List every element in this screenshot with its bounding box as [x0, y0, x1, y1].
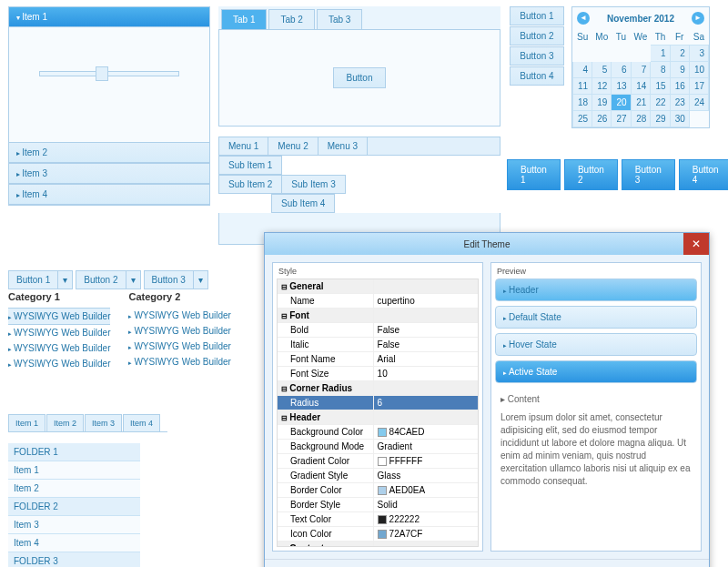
chevron-down-icon[interactable]: ▾	[126, 270, 141, 289]
category-item[interactable]: WYSIWYG Web Builder	[128, 339, 230, 354]
calendar-day[interactable]: 12	[592, 78, 612, 95]
calendar-day[interactable]: 22	[651, 95, 670, 111]
category-item[interactable]: WYSIWYG Web Builder	[8, 340, 110, 356]
calendar-prev-icon[interactable]: ◄	[577, 12, 590, 25]
vbutton[interactable]: Button 3	[510, 46, 564, 66]
category-item[interactable]: WYSIWYG Web Builder	[8, 325, 110, 340]
prop-row[interactable]: Radius6	[278, 396, 478, 410]
preview-section[interactable]: Default State	[495, 306, 697, 329]
submenu-item[interactable]: Sub Item 3	[281, 175, 345, 194]
prop-group[interactable]: Corner Radius	[278, 381, 478, 396]
calendar-day[interactable]: 2	[670, 46, 689, 62]
calendar-day[interactable]: 11	[573, 78, 592, 95]
prop-row[interactable]: Gradient StyleGlass	[278, 469, 478, 483]
chevron-down-icon[interactable]: ▾	[194, 270, 208, 289]
calendar-day[interactable]: 18	[573, 95, 592, 111]
calendar-day[interactable]: 20	[612, 95, 631, 111]
calendar-day[interactable]: 28	[631, 111, 651, 127]
accordion-header-1[interactable]: Item 1	[9, 7, 209, 27]
accordion-header-3[interactable]: Item 3	[9, 163, 209, 184]
category-item[interactable]: WYSIWYG Web Builder	[128, 308, 230, 323]
vbutton[interactable]: Button 2	[510, 26, 564, 46]
preview-section[interactable]: Header	[495, 278, 697, 301]
calendar-day[interactable]: 26	[592, 111, 612, 127]
prop-row[interactable]: Text Color222222	[278, 512, 478, 527]
tab-1[interactable]: Tab 1	[221, 9, 267, 29]
calendar-day[interactable]: 13	[612, 78, 631, 95]
prop-row[interactable]: Gradient ColorFFFFFF	[278, 454, 478, 469]
calendar-day[interactable]: 30	[670, 111, 689, 127]
tab-3[interactable]: Tab 3	[317, 9, 362, 29]
submenu-item[interactable]: Sub Item 2	[218, 175, 282, 194]
submenu-item[interactable]: Sub Item 4	[271, 194, 335, 213]
calendar-day[interactable]: 6	[612, 62, 631, 78]
folder-header[interactable]: FOLDER 2	[8, 498, 140, 516]
category-item[interactable]: WYSIWYG Web Builder	[128, 323, 230, 339]
calendar-day[interactable]: 19	[592, 95, 612, 111]
folder-item[interactable]: Item 2	[8, 480, 140, 498]
calendar-day[interactable]: 17	[689, 78, 708, 95]
calendar-day[interactable]: 5	[592, 62, 612, 78]
calendar-day[interactable]: 15	[651, 78, 670, 95]
hbutton[interactable]: Button 1	[507, 159, 561, 190]
prop-row[interactable]: ItalicFalse	[278, 338, 478, 352]
calendar-day[interactable]: 14	[631, 78, 651, 95]
preview-section[interactable]: Active State	[495, 360, 697, 383]
menu-item[interactable]: Menu 3	[318, 137, 368, 155]
calendar-day[interactable]: 27	[612, 111, 631, 127]
calendar-next-icon[interactable]: ►	[692, 12, 704, 25]
split-button[interactable]: Button 1▾	[8, 270, 73, 289]
hbutton[interactable]: Button 3	[622, 159, 675, 190]
prop-group[interactable]: Content	[278, 542, 478, 547]
small-tab[interactable]: Item 4	[123, 414, 160, 431]
folder-item[interactable]: Item 3	[8, 516, 140, 534]
vbutton[interactable]: Button 4	[510, 66, 564, 86]
split-button[interactable]: Button 3▾	[144, 270, 208, 289]
property-grid[interactable]: GeneralNamecupertinoFontBoldFalseItalicF…	[277, 278, 479, 547]
calendar-day[interactable]: 3	[689, 46, 708, 62]
calendar-day[interactable]: 16	[670, 78, 689, 95]
prop-group[interactable]: General	[278, 279, 478, 294]
split-button[interactable]: Button 2▾	[76, 270, 140, 289]
accordion-header-4[interactable]: Item 4	[9, 184, 209, 205]
prop-row[interactable]: Background ModeGradient	[278, 440, 478, 454]
tab-2[interactable]: Tab 2	[268, 9, 314, 29]
prop-row[interactable]: Border StyleSolid	[278, 498, 478, 512]
calendar-day[interactable]: 29	[651, 111, 670, 127]
prop-row[interactable]: Background Color84CAED	[278, 425, 478, 440]
prop-row[interactable]: BoldFalse	[278, 323, 478, 338]
submenu-item[interactable]: Sub Item 1	[218, 156, 282, 175]
calendar-day[interactable]: 4	[573, 62, 592, 78]
calendar-day[interactable]: 21	[631, 95, 651, 111]
prop-group[interactable]: Font	[278, 309, 478, 323]
menu-item[interactable]: Menu 2	[268, 137, 318, 155]
category-item[interactable]: WYSIWYG Web Builder	[8, 356, 110, 371]
prop-row[interactable]: Font Size10	[278, 367, 478, 381]
small-tab[interactable]: Item 2	[46, 414, 84, 431]
category-item[interactable]: WYSIWYG Web Builder	[128, 354, 230, 370]
calendar-day[interactable]: 7	[631, 62, 651, 78]
folder-item[interactable]: Item 4	[8, 534, 140, 552]
folder-header[interactable]: FOLDER 3	[8, 552, 140, 567]
vbutton[interactable]: Button 1	[510, 6, 564, 25]
prop-row[interactable]: Namecupertino	[278, 294, 478, 309]
calendar-day[interactable]: 23	[670, 95, 689, 111]
small-tab[interactable]: Item 1	[8, 414, 46, 431]
hbutton[interactable]: Button 4	[679, 159, 728, 190]
prop-row[interactable]: Font NameArial	[278, 352, 478, 367]
accordion-header-2[interactable]: Item 2	[9, 142, 209, 163]
close-icon[interactable]: ✕	[683, 233, 709, 255]
prop-row[interactable]: Border ColorAED0EA	[278, 483, 478, 498]
prop-row[interactable]: Icon Color72A7CF	[278, 527, 478, 542]
calendar-day[interactable]: 24	[689, 95, 708, 111]
slider[interactable]	[39, 71, 179, 76]
folder-header[interactable]: FOLDER 1	[8, 443, 140, 461]
menu-item[interactable]: Menu 1	[219, 137, 268, 155]
slider-handle[interactable]	[96, 66, 108, 81]
calendar-day[interactable]: 10	[689, 62, 708, 78]
prop-group[interactable]: Header	[278, 410, 478, 425]
category-item[interactable]: WYSIWYG Web Builder	[8, 308, 110, 325]
hbutton[interactable]: Button 2	[564, 159, 618, 190]
calendar-day[interactable]: 8	[651, 62, 670, 78]
folder-item[interactable]: Item 1	[8, 461, 140, 480]
